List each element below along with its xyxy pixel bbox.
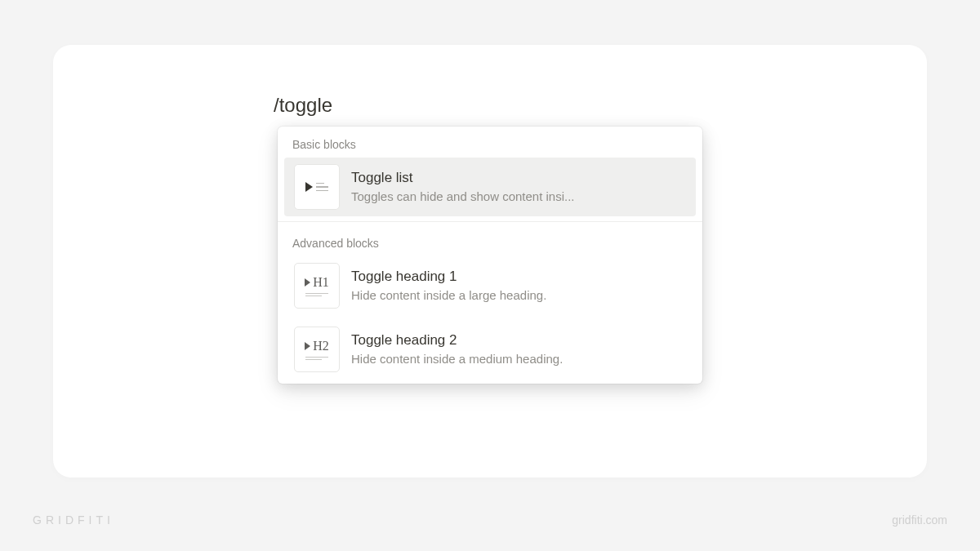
menu-item-toggle-heading-2[interactable]: H2 Toggle heading 2 Hide content inside … (284, 320, 696, 379)
menu-item-description: Hide content inside a large heading. (351, 287, 686, 304)
toggle-h1-icon: H1 (294, 263, 340, 309)
toggle-h2-icon: H2 (294, 327, 340, 372)
toggle-list-icon (294, 164, 340, 210)
menu-item-title: Toggle heading 1 (351, 268, 686, 286)
menu-item-toggle-list[interactable]: Toggle list Toggles can hide and show co… (284, 158, 696, 216)
menu-item-description: Toggles can hide and show content insi..… (351, 189, 686, 205)
menu-item-description: Hide content inside a medium heading. (351, 351, 686, 367)
block-menu: Basic blocks Toggle list Toggles can hid… (278, 127, 702, 384)
menu-divider (278, 221, 702, 222)
menu-item-toggle-heading-1[interactable]: H1 Toggle heading 1 Hide content inside … (284, 256, 696, 315)
menu-item-title: Toggle list (351, 169, 686, 187)
brand-url: gridfiti.com (892, 513, 947, 527)
section-label-basic: Basic blocks (278, 127, 702, 158)
slash-command-input[interactable]: /toggle (274, 94, 332, 117)
menu-item-title: Toggle heading 2 (351, 331, 686, 349)
brand-watermark: GRIDFITI (33, 513, 114, 527)
section-label-advanced: Advanced blocks (278, 225, 702, 256)
